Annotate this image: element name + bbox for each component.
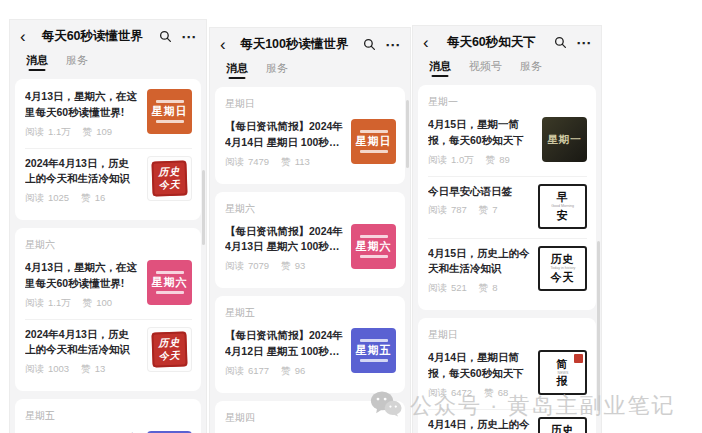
message-card: 星期五 4月12日，星期五，在这里每天60秒读懂世界! 阅读1.3万赞120 星… <box>15 399 201 433</box>
reads-value: 787 <box>451 204 467 217</box>
panel-header: ‹ 每天60秒读懂世界 ⋯ <box>10 20 206 48</box>
article-item[interactable]: 2024年4月13日，历史上的今天和生活冷知识 阅读1025赞16 历史今天 <box>15 148 201 215</box>
article-meta: 阅读6177赞96 <box>225 365 343 378</box>
likes-value: 16 <box>95 192 106 205</box>
article-title: 4月14日，历史上的今天和生活冷知识 <box>428 417 530 433</box>
tab-消息[interactable]: 消息 <box>226 61 248 79</box>
section-label: 星期日 <box>215 89 405 111</box>
article-item[interactable]: 【每日资讯简报】2024年4月14日 星期日 100秒读懂世界 阅读7479赞1… <box>215 111 405 178</box>
thumbnail-bottom-text: 安 <box>557 209 569 221</box>
article-item[interactable]: 2024年4月13日，历史上的今天和生活冷知识 阅读1003赞13 历史今天 <box>15 319 201 386</box>
seal-stamp: 历史今天 <box>151 160 187 196</box>
tab-消息[interactable]: 消息 <box>429 59 451 77</box>
tab-视频号[interactable]: 视频号 <box>469 59 502 77</box>
scrollbar[interactable] <box>406 100 409 168</box>
article-title: 【每日资讯简报】2024年4月13日 星期六 100秒读懂世界 <box>225 224 343 256</box>
article-item[interactable]: 4月13日，星期六，在这里每天60秒读懂世界! 阅读1.1万赞100 星期六 <box>15 252 201 319</box>
likes-label: 赞 <box>281 260 291 273</box>
article-meta: 阅读6472赞68 <box>428 387 530 400</box>
more-icon[interactable]: ⋯ <box>181 29 196 44</box>
article-item[interactable]: 4月12日，星期五，在这里每天60秒读懂世界! 阅读1.3万赞120 星期五 <box>15 423 201 433</box>
message-list: 星期一 4月15日，星期一简报，每天60秒知天下 阅读1.0万赞89 星期一 今… <box>413 81 601 433</box>
likes-label: 赞 <box>281 365 291 378</box>
likes-label: 赞 <box>479 282 489 295</box>
account-panel: ‹ 每天60秒知天下 ⋯ 消息视频号服务 星期一 4月15日，星期一简报，每天6… <box>413 26 601 433</box>
search-icon[interactable] <box>159 30 172 43</box>
tab-消息[interactable]: 消息 <box>26 53 48 71</box>
reads-value: 1.1万 <box>48 126 71 139</box>
seal-line-bottom: 今天 <box>159 178 181 191</box>
article-meta: 阅读1.1万赞109 <box>25 126 139 139</box>
tab-服务[interactable]: 服务 <box>266 61 288 79</box>
reads-value: 7479 <box>248 156 269 169</box>
section-label: 星期六 <box>215 194 405 216</box>
thumbnail-label: 星期日 <box>356 136 392 147</box>
thumbnail-label: 星期一 <box>547 133 582 147</box>
article-thumbnail: 星期五 <box>351 328 396 373</box>
back-icon[interactable]: ‹ <box>20 28 26 45</box>
account-title: 每天60秒读懂世界 <box>30 28 155 45</box>
search-icon[interactable] <box>554 36 567 49</box>
likes-value: 113 <box>295 156 310 169</box>
thumbnail-subtext: NEWS <box>557 370 568 375</box>
article-item[interactable]: 4月15日，星期一简报，每天60秒知天下 阅读1.0万赞89 星期一 <box>418 109 596 176</box>
more-icon[interactable]: ⋯ <box>576 35 591 50</box>
article-item[interactable]: 今日早安心语日签 阅读787赞7 早Good Morning安 <box>418 176 596 238</box>
message-list: 4月13日，星期六，在这里每天60秒读懂世界! 阅读1.1万赞109 星期日 2… <box>10 75 206 433</box>
likes-label: 赞 <box>83 297 93 310</box>
article-thumbnail: 历史今天 <box>147 327 192 372</box>
article-thumbnail: 星期日 <box>351 119 396 164</box>
reads-label: 阅读 <box>225 156 244 169</box>
article-title: 【每日资讯简报】2024年4月12日 星期五 100秒读懂世界 <box>225 328 343 360</box>
message-card: 星期六 【每日资讯简报】2024年4月13日 星期六 100秒读懂世界 阅读70… <box>215 192 405 289</box>
search-icon[interactable] <box>363 38 376 51</box>
reads-value: 7079 <box>248 260 269 273</box>
scrollbar[interactable] <box>597 241 600 411</box>
article-thumbnail: 星期日 <box>147 89 192 134</box>
tab-服务[interactable]: 服务 <box>520 59 542 77</box>
reads-value: 6177 <box>248 365 269 378</box>
thumbnail-label: 星期六 <box>152 277 188 288</box>
back-icon[interactable]: ‹ <box>220 36 226 53</box>
likes-label: 赞 <box>83 126 93 139</box>
back-icon[interactable]: ‹ <box>423 34 429 51</box>
article-thumbnail: 历史今天 <box>147 156 192 201</box>
thumbnail-top-text: 历史 <box>551 253 575 265</box>
tab-bar: 消息服务 <box>10 48 206 75</box>
likes-value: 68 <box>498 387 509 400</box>
reads-label: 阅读 <box>25 297 44 310</box>
likes-label: 赞 <box>479 204 489 217</box>
likes-value: 96 <box>295 365 306 378</box>
article-title: 4月14日，星期日简报，每天60秒知天下 <box>428 350 530 382</box>
article-item[interactable]: 4月14日，星期日简报，每天60秒知天下 阅读6472赞68 简NEWS报 <box>418 342 596 409</box>
article-item[interactable]: 【每日资讯简报】2024年4月12日 星期五 100秒读懂世界 阅读6177赞9… <box>215 320 405 387</box>
thumbnail-label: 星期五 <box>356 345 392 356</box>
likes-value: 8 <box>492 282 497 295</box>
section-label: 星期六 <box>15 230 201 252</box>
seal-line-top: 历史 <box>158 336 180 349</box>
reads-label: 阅读 <box>428 204 447 217</box>
article-title: 今日早安心语日签 <box>428 184 530 200</box>
article-item[interactable]: 4月15日，历史上的今天和生活冷知识 阅读521赞8 历史Today in hi… <box>418 238 596 305</box>
message-card: 星期五 【每日资讯简报】2024年4月12日 星期五 100秒读懂世界 阅读61… <box>215 296 405 393</box>
likes-value: 100 <box>96 297 112 310</box>
article-thumbnail: 星期六 <box>351 224 396 269</box>
article-item[interactable]: 【每日资讯简报】2024年4月13日 星期六 100秒读懂世界 阅读7079赞9… <box>215 216 405 283</box>
reads-label: 阅读 <box>225 365 244 378</box>
section-label: 星期四 <box>215 403 405 425</box>
reads-label: 阅读 <box>428 387 447 400</box>
article-item[interactable]: 【每日资讯简报】2024年4月11日 星期四 100秒读懂世界 阅读8664赞1… <box>215 425 405 433</box>
article-thumbnail: 早Good Morning安 <box>538 184 587 229</box>
more-icon[interactable]: ⋯ <box>385 37 400 52</box>
article-title: 2024年4月13日，历史上的今天和生活冷知识 <box>25 156 139 188</box>
tab-服务[interactable]: 服务 <box>66 53 88 71</box>
article-item[interactable]: 4月13日，星期六，在这里每天60秒读懂世界! 阅读1.1万赞109 星期日 <box>15 81 201 148</box>
likes-value: 109 <box>96 126 112 139</box>
article-meta: 阅读521赞8 <box>428 282 530 295</box>
article-item[interactable]: 4月14日，历史上的今天和生活冷知识 阅读436赞8 历史Today in hi… <box>418 409 596 433</box>
reads-value: 1.0万 <box>451 154 474 167</box>
thumbnail-label: 星期六 <box>356 241 392 252</box>
thumbnail-top-text: 简 <box>557 358 569 370</box>
scrollbar[interactable] <box>202 170 205 245</box>
article-meta: 阅读1003赞13 <box>25 363 139 376</box>
